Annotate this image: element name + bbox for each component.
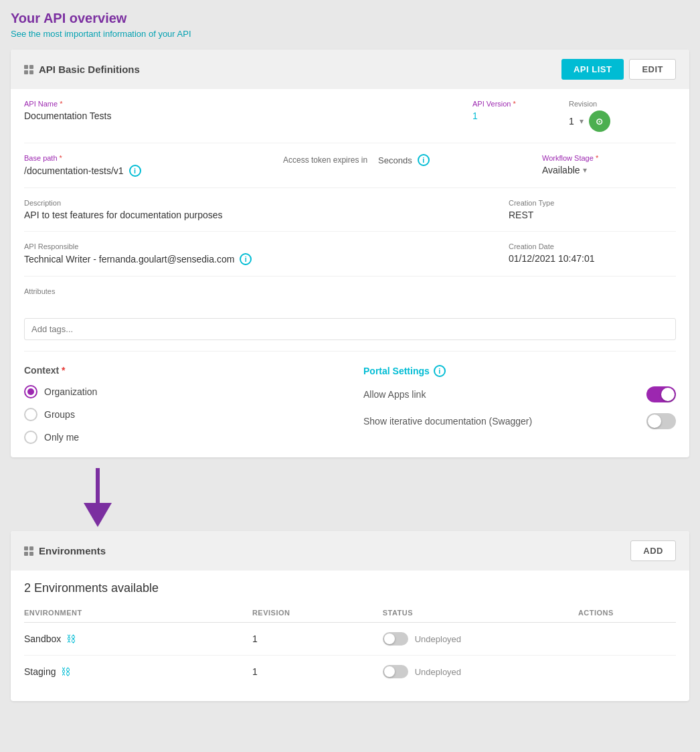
radio-organization-label: Organization (44, 386, 97, 397)
api-name-label: API Name * (24, 100, 456, 108)
api-basic-header: API Basic Definitions API LIST EDIT (11, 50, 689, 89)
creation-date-label: Creation Date (509, 242, 676, 250)
creation-type-label: Creation Type (509, 199, 676, 207)
token-expires-label: Access token expires in (283, 155, 367, 165)
subtitle-prefix: See the most important (11, 29, 103, 39)
tags-input[interactable] (24, 318, 676, 340)
staging-revision: 1 (252, 656, 383, 688)
grid-icon (24, 65, 33, 74)
table-row: Sandbox ⛓ 1 Undeployed (24, 623, 676, 656)
token-info-icon[interactable]: i (418, 154, 430, 166)
creation-date-group: Creation Date 01/12/2021 10:47:01 (509, 242, 676, 264)
sandbox-name-row: Sandbox ⛓ (24, 633, 252, 644)
swagger-toggle[interactable] (646, 413, 676, 429)
col-header-environment: ENVIRONMENT (24, 603, 252, 623)
workflow-chevron-icon: ▾ (583, 165, 587, 175)
creation-date-value: 01/12/2021 10:47:01 (509, 253, 676, 264)
sandbox-status-cell: Undeployed (383, 623, 578, 656)
edit-button[interactable]: EDIT (629, 59, 676, 80)
row-api-name: API Name * Documentation Tests API Versi… (24, 89, 676, 143)
context-portal-section: Context * Organization Groups (24, 352, 676, 444)
workflow-value: Available (542, 165, 580, 175)
row-responsible: API Responsible Technical Writer - ferna… (24, 232, 676, 277)
table-row: Staging ⛓ 1 Undeployed (24, 656, 676, 688)
api-version-value: 1 (472, 110, 553, 121)
sandbox-toggle[interactable] (383, 632, 408, 646)
subtitle-suffix: of your API (146, 29, 191, 39)
sandbox-link-icon[interactable]: ⛓ (66, 633, 76, 644)
sandbox-revision: 1 (252, 623, 383, 656)
env-grid-icon (24, 546, 33, 556)
page-subtitle: See the most important information of yo… (11, 29, 689, 39)
sandbox-status-row: Undeployed (383, 632, 578, 646)
base-path-info-icon[interactable]: i (129, 165, 141, 177)
environments-table: ENVIRONMENT REVISION STATUS ACTIONS Sand… (24, 603, 676, 688)
env-count: 2 Environments available (11, 571, 689, 603)
staging-name-cell: Staging ⛓ (24, 656, 252, 688)
staging-name: Staging (24, 666, 56, 677)
col-header-actions: ACTIONS (578, 603, 676, 623)
base-path-group: Base path * /documentation-tests/v1 i (24, 154, 267, 177)
arrow-annotation (11, 468, 689, 528)
avatar-icon: ⊙ (589, 110, 610, 132)
token-row: Access token expires in Seconds i (283, 154, 526, 166)
sandbox-name-cell: Sandbox ⛓ (24, 623, 252, 656)
revision-row: 1 ▾ ⊙ (569, 110, 676, 132)
api-name-value: Documentation Tests (24, 110, 456, 121)
context-col: Context * Organization Groups (24, 365, 337, 444)
base-path-value: /documentation-tests/v1 (24, 165, 124, 176)
down-arrow-icon (78, 468, 118, 528)
attributes-label: Attributes (24, 287, 55, 295)
swagger-label: Show iterative documentation (Swagger) (363, 416, 532, 427)
add-button[interactable]: ADD (630, 540, 676, 561)
staging-status-cell: Undeployed (383, 656, 578, 688)
api-version-label: API Version * (472, 100, 553, 108)
revision-group: Revision 1 ▾ ⊙ (569, 100, 676, 132)
revision-chevron-icon[interactable]: ▾ (580, 117, 584, 126)
responsible-group: API Responsible Technical Writer - ferna… (24, 242, 493, 265)
api-basic-card: API Basic Definitions API LIST EDIT API … (11, 50, 689, 457)
api-basic-title: API Basic Definitions (24, 64, 140, 75)
base-path-label: Base path * (24, 154, 267, 162)
creation-type-value: REST (509, 210, 676, 220)
swagger-knob (648, 415, 661, 428)
description-value: API to test features for documentation p… (24, 210, 493, 220)
portal-info-icon[interactable]: i (434, 365, 446, 377)
responsible-info-icon[interactable]: i (240, 253, 252, 265)
env-table-wrapper: ENVIRONMENT REVISION STATUS ACTIONS Sand… (11, 603, 689, 688)
token-expires-group: Access token expires in Seconds i (283, 154, 526, 166)
staging-toggle[interactable] (383, 665, 408, 678)
seconds-label: Seconds (378, 155, 412, 165)
revision-label: Revision (569, 100, 676, 108)
radio-organization[interactable]: Organization (24, 385, 337, 398)
staging-status-row: Undeployed (383, 665, 578, 678)
portal-title: Portal Settings i (363, 365, 676, 377)
api-version-group: API Version * 1 (472, 100, 553, 121)
page-wrapper: Your API overview See the most important… (11, 11, 689, 701)
portal-setting-swagger: Show iterative documentation (Swagger) (363, 413, 676, 429)
sandbox-knob (384, 633, 395, 644)
api-list-button[interactable]: API LIST (561, 59, 624, 80)
responsible-label: API Responsible (24, 242, 493, 250)
radio-only-me[interactable]: Only me (24, 431, 337, 444)
workflow-group: Workflow Stage * Available ▾ (542, 154, 676, 175)
header-buttons: API LIST EDIT (561, 59, 676, 80)
staging-link-icon[interactable]: ⛓ (61, 666, 70, 677)
sandbox-actions (578, 623, 676, 656)
sandbox-name: Sandbox (24, 633, 61, 644)
radio-groups[interactable]: Groups (24, 408, 337, 421)
radio-only-me-label: Only me (44, 432, 79, 443)
creation-type-group: Creation Type REST (509, 199, 676, 220)
description-group: Description API to test features for doc… (24, 199, 493, 220)
radio-group: Organization Groups Only me (24, 385, 337, 444)
page-title: Your API overview (11, 11, 689, 26)
environments-title: Environments (24, 545, 106, 556)
radio-groups-circle (24, 408, 37, 421)
allow-apps-toggle[interactable] (646, 386, 676, 402)
workflow-dropdown[interactable]: Available ▾ (542, 165, 676, 175)
sandbox-status-text: Undeployed (415, 634, 461, 644)
form-area: API Name * Documentation Tests API Versi… (11, 89, 689, 444)
responsible-row: Technical Writer - fernanda.goulart@sens… (24, 253, 493, 265)
col-header-revision: REVISION (252, 603, 383, 623)
environments-card: Environments ADD 2 Environments availabl… (11, 531, 689, 701)
